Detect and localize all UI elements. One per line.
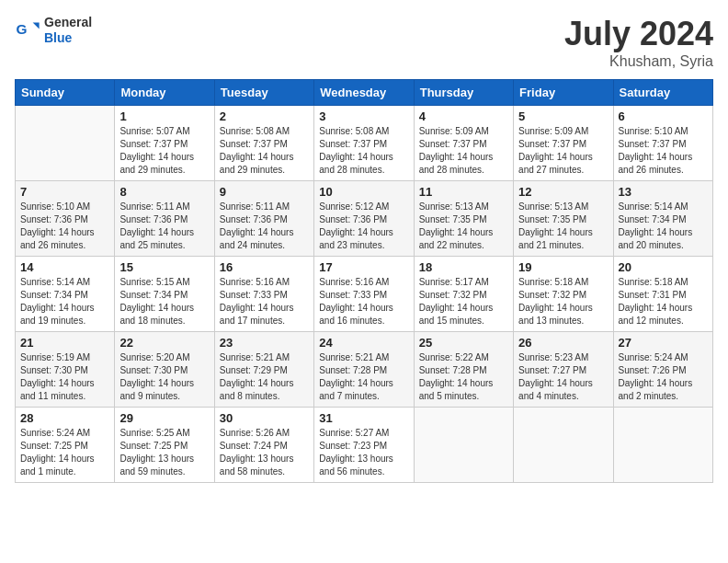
day-number: 15 bbox=[119, 260, 209, 274]
day-number: 23 bbox=[220, 336, 309, 350]
weekday-header-wednesday: Wednesday bbox=[314, 80, 414, 106]
svg-text:G: G bbox=[16, 21, 27, 37]
day-info: Sunrise: 5:22 AM Sunset: 7:28 PM Dayligh… bbox=[419, 351, 508, 403]
day-number: 17 bbox=[319, 260, 408, 274]
day-info: Sunrise: 5:25 AM Sunset: 7:25 PM Dayligh… bbox=[119, 427, 209, 478]
calendar-cell: 23Sunrise: 5:21 AM Sunset: 7:29 PM Dayli… bbox=[214, 332, 313, 408]
day-info: Sunrise: 5:09 AM Sunset: 7:37 PM Dayligh… bbox=[518, 125, 608, 177]
day-info: Sunrise: 5:15 AM Sunset: 7:34 PM Dayligh… bbox=[119, 276, 209, 327]
day-info: Sunrise: 5:12 AM Sunset: 7:36 PM Dayligh… bbox=[319, 201, 408, 252]
day-info: Sunrise: 5:21 AM Sunset: 7:29 PM Dayligh… bbox=[220, 351, 309, 403]
calendar-cell: 15Sunrise: 5:15 AM Sunset: 7:34 PM Dayli… bbox=[115, 257, 214, 332]
day-number: 28 bbox=[20, 411, 109, 425]
page-header: G General Blue July 2024 Khusham, Syria bbox=[15, 15, 713, 70]
calendar-week-row: 1Sunrise: 5:07 AM Sunset: 7:37 PM Daylig… bbox=[16, 106, 713, 181]
calendar-table: SundayMondayTuesdayWednesdayThursdayFrid… bbox=[15, 79, 713, 483]
day-number: 3 bbox=[319, 109, 408, 123]
calendar-cell: 14Sunrise: 5:14 AM Sunset: 7:34 PM Dayli… bbox=[16, 257, 115, 332]
calendar-cell: 25Sunrise: 5:22 AM Sunset: 7:28 PM Dayli… bbox=[414, 332, 513, 408]
calendar-cell: 12Sunrise: 5:13 AM Sunset: 7:35 PM Dayli… bbox=[514, 181, 613, 257]
calendar-cell: 13Sunrise: 5:14 AM Sunset: 7:34 PM Dayli… bbox=[613, 181, 712, 257]
calendar-cell: 11Sunrise: 5:13 AM Sunset: 7:35 PM Dayli… bbox=[414, 181, 513, 257]
calendar-cell: 7Sunrise: 5:10 AM Sunset: 7:36 PM Daylig… bbox=[16, 181, 115, 257]
day-number: 21 bbox=[20, 336, 109, 350]
day-info: Sunrise: 5:08 AM Sunset: 7:37 PM Dayligh… bbox=[319, 125, 408, 177]
calendar-cell: 31Sunrise: 5:27 AM Sunset: 7:23 PM Dayli… bbox=[314, 408, 414, 483]
weekday-header-monday: Monday bbox=[115, 80, 214, 106]
calendar-cell: 28Sunrise: 5:24 AM Sunset: 7:25 PM Dayli… bbox=[16, 408, 115, 483]
day-number: 10 bbox=[319, 185, 408, 199]
calendar-title: July 2024 bbox=[564, 15, 713, 53]
day-number: 30 bbox=[220, 411, 309, 425]
day-info: Sunrise: 5:13 AM Sunset: 7:35 PM Dayligh… bbox=[419, 201, 508, 252]
logo-icon: G bbox=[15, 17, 40, 43]
day-info: Sunrise: 5:24 AM Sunset: 7:26 PM Dayligh… bbox=[619, 351, 708, 403]
calendar-week-row: 28Sunrise: 5:24 AM Sunset: 7:25 PM Dayli… bbox=[16, 408, 713, 483]
day-info: Sunrise: 5:13 AM Sunset: 7:35 PM Dayligh… bbox=[518, 201, 608, 252]
day-number: 19 bbox=[518, 260, 608, 274]
calendar-cell: 6Sunrise: 5:10 AM Sunset: 7:37 PM Daylig… bbox=[613, 106, 712, 181]
day-number: 4 bbox=[419, 109, 508, 123]
calendar-week-row: 7Sunrise: 5:10 AM Sunset: 7:36 PM Daylig… bbox=[16, 181, 713, 257]
logo: G General Blue bbox=[15, 15, 92, 46]
calendar-cell: 16Sunrise: 5:16 AM Sunset: 7:33 PM Dayli… bbox=[214, 257, 313, 332]
day-info: Sunrise: 5:10 AM Sunset: 7:37 PM Dayligh… bbox=[619, 125, 708, 177]
day-number: 20 bbox=[619, 260, 708, 274]
calendar-location: Khusham, Syria bbox=[564, 53, 713, 70]
day-number: 2 bbox=[220, 109, 309, 123]
day-info: Sunrise: 5:21 AM Sunset: 7:28 PM Dayligh… bbox=[319, 351, 408, 403]
title-block: July 2024 Khusham, Syria bbox=[564, 15, 713, 70]
day-info: Sunrise: 5:09 AM Sunset: 7:37 PM Dayligh… bbox=[419, 125, 508, 177]
day-info: Sunrise: 5:18 AM Sunset: 7:32 PM Dayligh… bbox=[518, 276, 608, 327]
calendar-cell bbox=[613, 408, 712, 483]
day-number: 5 bbox=[518, 109, 608, 123]
day-number: 24 bbox=[319, 336, 408, 350]
day-info: Sunrise: 5:17 AM Sunset: 7:32 PM Dayligh… bbox=[419, 276, 508, 327]
day-number: 9 bbox=[220, 185, 309, 199]
calendar-week-row: 14Sunrise: 5:14 AM Sunset: 7:34 PM Dayli… bbox=[16, 257, 713, 332]
day-number: 31 bbox=[319, 411, 408, 425]
day-info: Sunrise: 5:14 AM Sunset: 7:34 PM Dayligh… bbox=[619, 201, 708, 252]
day-number: 11 bbox=[419, 185, 508, 199]
weekday-header-saturday: Saturday bbox=[613, 80, 712, 106]
calendar-cell: 5Sunrise: 5:09 AM Sunset: 7:37 PM Daylig… bbox=[514, 106, 613, 181]
day-number: 6 bbox=[619, 109, 708, 123]
calendar-cell: 9Sunrise: 5:11 AM Sunset: 7:36 PM Daylig… bbox=[214, 181, 313, 257]
day-info: Sunrise: 5:23 AM Sunset: 7:27 PM Dayligh… bbox=[518, 351, 608, 403]
calendar-cell: 1Sunrise: 5:07 AM Sunset: 7:37 PM Daylig… bbox=[115, 106, 214, 181]
calendar-cell bbox=[16, 106, 115, 181]
calendar-cell: 27Sunrise: 5:24 AM Sunset: 7:26 PM Dayli… bbox=[613, 332, 712, 408]
day-number: 1 bbox=[119, 109, 209, 123]
day-info: Sunrise: 5:18 AM Sunset: 7:31 PM Dayligh… bbox=[619, 276, 708, 327]
day-number: 12 bbox=[518, 185, 608, 199]
calendar-cell: 19Sunrise: 5:18 AM Sunset: 7:32 PM Dayli… bbox=[514, 257, 613, 332]
weekday-header-sunday: Sunday bbox=[16, 80, 115, 106]
calendar-cell: 24Sunrise: 5:21 AM Sunset: 7:28 PM Dayli… bbox=[314, 332, 414, 408]
calendar-cell: 30Sunrise: 5:26 AM Sunset: 7:24 PM Dayli… bbox=[214, 408, 313, 483]
day-info: Sunrise: 5:11 AM Sunset: 7:36 PM Dayligh… bbox=[119, 201, 209, 252]
calendar-week-row: 21Sunrise: 5:19 AM Sunset: 7:30 PM Dayli… bbox=[16, 332, 713, 408]
day-number: 27 bbox=[619, 336, 708, 350]
calendar-cell: 22Sunrise: 5:20 AM Sunset: 7:30 PM Dayli… bbox=[115, 332, 214, 408]
calendar-cell: 26Sunrise: 5:23 AM Sunset: 7:27 PM Dayli… bbox=[514, 332, 613, 408]
day-info: Sunrise: 5:07 AM Sunset: 7:37 PM Dayligh… bbox=[119, 125, 209, 177]
day-info: Sunrise: 5:11 AM Sunset: 7:36 PM Dayligh… bbox=[220, 201, 309, 252]
day-number: 13 bbox=[619, 185, 708, 199]
calendar-cell: 18Sunrise: 5:17 AM Sunset: 7:32 PM Dayli… bbox=[414, 257, 513, 332]
calendar-cell: 2Sunrise: 5:08 AM Sunset: 7:37 PM Daylig… bbox=[214, 106, 313, 181]
day-info: Sunrise: 5:08 AM Sunset: 7:37 PM Dayligh… bbox=[220, 125, 309, 177]
day-number: 16 bbox=[220, 260, 309, 274]
day-info: Sunrise: 5:10 AM Sunset: 7:36 PM Dayligh… bbox=[20, 201, 109, 252]
day-number: 22 bbox=[119, 336, 209, 350]
weekday-header-row: SundayMondayTuesdayWednesdayThursdayFrid… bbox=[16, 80, 713, 106]
day-info: Sunrise: 5:20 AM Sunset: 7:30 PM Dayligh… bbox=[119, 351, 209, 403]
calendar-cell: 17Sunrise: 5:16 AM Sunset: 7:33 PM Dayli… bbox=[314, 257, 414, 332]
calendar-cell: 29Sunrise: 5:25 AM Sunset: 7:25 PM Dayli… bbox=[115, 408, 214, 483]
day-info: Sunrise: 5:26 AM Sunset: 7:24 PM Dayligh… bbox=[220, 427, 309, 478]
day-info: Sunrise: 5:16 AM Sunset: 7:33 PM Dayligh… bbox=[319, 276, 408, 327]
calendar-cell bbox=[514, 408, 613, 483]
day-number: 26 bbox=[518, 336, 608, 350]
calendar-cell: 10Sunrise: 5:12 AM Sunset: 7:36 PM Dayli… bbox=[314, 181, 414, 257]
calendar-cell: 3Sunrise: 5:08 AM Sunset: 7:37 PM Daylig… bbox=[314, 106, 414, 181]
day-number: 18 bbox=[419, 260, 508, 274]
